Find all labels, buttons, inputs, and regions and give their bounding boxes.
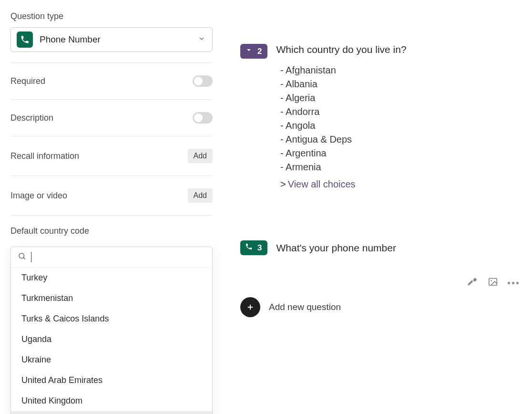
chevron-down-icon	[198, 35, 205, 44]
question-type-value: Phone Number	[40, 34, 101, 45]
svg-line-1	[23, 258, 25, 259]
question-badge-3[interactable]: 3	[240, 240, 267, 255]
chevron-down-icon	[245, 46, 253, 56]
question-number: 3	[257, 243, 262, 253]
question-type-label: Question type	[10, 11, 213, 21]
choice-item: - Albania	[280, 77, 521, 91]
phone-icon	[245, 243, 253, 253]
country-option[interactable]: Turkey	[11, 268, 212, 288]
question-action-icons	[468, 277, 519, 289]
divider	[10, 176, 213, 176]
required-toggle[interactable]	[193, 75, 213, 87]
country-option[interactable]: United Arab Emirates	[11, 370, 212, 391]
question-type-select[interactable]: Phone Number	[10, 27, 213, 52]
question-title-3: What's your phone number	[276, 242, 396, 254]
choice-item: - Andorra	[280, 105, 521, 119]
image-video-label: Image or video	[10, 191, 67, 201]
more-icon[interactable]	[508, 282, 519, 284]
view-all-choices-link[interactable]: >View all choices	[280, 179, 521, 190]
recall-add-button[interactable]: Add	[188, 149, 213, 163]
question-title-2: Which country do you live in?	[276, 44, 406, 55]
image-video-add-button[interactable]: Add	[188, 188, 213, 203]
question-choices-2: - Afghanistan- Albania- Algeria- Andorra…	[280, 63, 521, 174]
divider	[10, 215, 213, 216]
description-label: Description	[10, 113, 53, 123]
country-option[interactable]: Uganda	[11, 329, 212, 350]
choice-item: - Argentina	[280, 146, 521, 160]
question-block-3: 3 What's your phone number	[240, 240, 521, 255]
question-number: 2	[257, 47, 262, 56]
choice-item: - Algeria	[280, 91, 521, 105]
choice-item: - Angola	[280, 119, 521, 133]
svg-point-3	[491, 280, 492, 281]
divider	[10, 62, 213, 63]
svg-point-0	[19, 253, 24, 259]
choice-item: - Antigua & Deps	[280, 133, 521, 146]
choice-item: - Afghanistan	[280, 63, 521, 77]
phone-icon	[17, 31, 33, 48]
questions-canvas: 2 Which country do you live in? - Afghan…	[223, 0, 532, 414]
country-code-dropdown: TurkeyTurkmenistanTurks & Caicos Islands…	[10, 247, 213, 414]
question-block-2: 2 Which country do you live in? - Afghan…	[240, 44, 521, 190]
country-option-list: TurkeyTurkmenistanTurks & Caicos Islands…	[11, 268, 212, 414]
country-option[interactable]: United States	[11, 411, 212, 414]
choice-item: - Armenia	[280, 160, 521, 174]
country-option[interactable]: Ukraine	[11, 350, 212, 370]
required-label: Required	[10, 76, 45, 86]
description-toggle[interactable]	[193, 112, 213, 124]
country-option[interactable]: Turkmenistan	[11, 288, 212, 309]
add-question-label: Add new question	[269, 302, 341, 312]
settings-sidebar: Question type Phone Number Required Desc…	[0, 0, 223, 414]
wrench-icon[interactable]	[468, 277, 478, 289]
recall-label: Recall information	[10, 151, 79, 161]
search-icon	[18, 252, 26, 262]
divider	[10, 136, 213, 136]
question-badge-2[interactable]: 2	[240, 44, 267, 59]
add-question-row: Add new question	[240, 297, 521, 317]
country-option[interactable]: Turks & Caicos Islands	[11, 309, 212, 329]
add-question-button[interactable]	[240, 297, 260, 317]
image-icon[interactable]	[488, 277, 498, 289]
default-country-code-label: Default country code	[10, 226, 213, 236]
country-search-input[interactable]	[36, 252, 205, 262]
country-option[interactable]: United Kingdom	[11, 391, 212, 411]
search-cursor	[31, 252, 31, 262]
divider	[10, 99, 213, 100]
